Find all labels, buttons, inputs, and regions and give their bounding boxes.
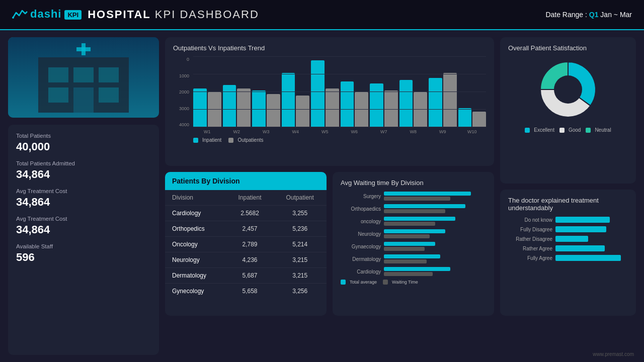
- avg-bar: [384, 204, 465, 208]
- stat-avg-cost-1: Avg Treatment Cost 34,864: [16, 188, 151, 209]
- cell-inpatient: 4,236: [226, 252, 274, 268]
- x-label: W2: [223, 129, 251, 134]
- doctor-bar: [555, 236, 588, 242]
- avg-bar: [384, 229, 445, 233]
- cell-inpatient: 2,457: [226, 221, 274, 237]
- doctor-label: Rather Disagree: [508, 236, 552, 242]
- bar-group: [429, 73, 457, 128]
- pie-chart-container: [508, 57, 628, 122]
- table-row: Oncology 2,789 5,214: [165, 237, 327, 252]
- table-row: Orthopedics 2,457 5,236: [165, 221, 327, 237]
- waiting-bars: [384, 217, 486, 226]
- avg-dot: [341, 280, 346, 285]
- cell-outpatient: 5,236: [273, 221, 327, 237]
- trend-chart-card: Outpatients Vs Inpatients Trend 40003000…: [165, 37, 494, 166]
- table-row: Neurology 4,236 3,215: [165, 252, 327, 268]
- doctor-bar-container: [555, 226, 628, 232]
- bar-group: [311, 60, 339, 127]
- bar-chart-container: 40003000200010000 W1W2W3W4W5W6W7W8W9W10 …: [173, 57, 486, 142]
- wait-bar: [384, 259, 427, 263]
- table-body: Cardiology 2.5682 3,255 Orthopedics 2,45…: [165, 206, 327, 299]
- legend-outpatient: Outpatients: [228, 137, 263, 143]
- header-title: HOSPITAL KPI DASHBOARD: [88, 8, 259, 21]
- outpatient-bar: [237, 88, 251, 127]
- date-range: Date Range : Q1 Jan ~ Mar: [545, 11, 632, 19]
- pie-legend: Excellent Good Neutral: [508, 127, 628, 133]
- pie-legend-item: Neutral: [586, 127, 611, 133]
- inpatient-bar: [458, 108, 472, 128]
- doctor-bar: [555, 217, 610, 223]
- doctor-bar-row: Fully Disagree: [508, 226, 628, 232]
- waiting-bars: [384, 254, 486, 263]
- stat-label: Avg Treatment Cost: [16, 216, 151, 222]
- waiting-label: oncology: [341, 219, 381, 224]
- bar-group: [370, 83, 398, 128]
- left-panel: Total Patients 40,000 Total Patients Adm…: [8, 37, 159, 355]
- waiting-bar-row: Dermatology: [341, 254, 486, 263]
- x-label: W3: [252, 129, 280, 134]
- doctor-bar: [555, 255, 621, 261]
- header: dashi KPI HOSPITAL KPI DASHBOARD Date Ra…: [0, 0, 644, 30]
- doctor-label: Fully Disagree: [508, 227, 552, 232]
- col-division: Division: [165, 190, 226, 206]
- avg-bar: [384, 192, 471, 196]
- doctor-bar-row: Rather Agree: [508, 245, 628, 251]
- bar-chart: 40003000200010000: [173, 57, 486, 127]
- doctor-bar-container: [555, 217, 628, 223]
- svg-rect-8: [99, 87, 119, 103]
- bar-group: [458, 108, 487, 128]
- division-table: Division Inpatient Outpatient Cardiology…: [165, 190, 327, 299]
- center-column: Outpatients Vs Inpatients Trend 40003000…: [165, 37, 494, 316]
- x-label: W10: [458, 129, 487, 134]
- waiting-bar-chart: Surgery Orthopaedics oncology Neurology …: [341, 192, 486, 276]
- waiting-bar-row: Orthopaedics: [341, 204, 486, 213]
- svg-point-0: [12, 17, 14, 19]
- doctor-bar-chart: Do not know Fully Disagree Rather Disagr…: [508, 217, 628, 261]
- waiting-bar-row: Surgery: [341, 192, 486, 201]
- wait-dot: [383, 280, 388, 285]
- cell-division: Neurology: [165, 252, 226, 268]
- doctor-label: Rather Agree: [508, 246, 552, 251]
- table-header-row: Division Inpatient Outpatient: [165, 190, 327, 206]
- svg-rect-7: [73, 87, 94, 113]
- col-outpatient: Outpatient: [273, 190, 327, 206]
- waiting-label: Neurology: [341, 231, 381, 237]
- waiting-legend: Total average Waiting Time: [341, 280, 486, 285]
- x-label: W1: [193, 129, 221, 134]
- stat-value: 34,864: [16, 168, 151, 181]
- outpatient-bar: [443, 73, 457, 128]
- outpatient-bar: [296, 96, 309, 127]
- doctor-bar: [555, 226, 606, 232]
- stat-available-staff: Available Staff 596: [16, 243, 151, 264]
- cell-outpatient: 3,215: [273, 252, 327, 268]
- right-column: Overall Patient Satisfaction Excellent G…: [500, 37, 636, 316]
- waiting-bar-row: oncology: [341, 217, 486, 226]
- pie-dot: [586, 128, 591, 133]
- stat-value: 596: [16, 251, 151, 264]
- doctor-bar-row: Fully Agree: [508, 255, 628, 261]
- wait-bar: [384, 197, 450, 201]
- waiting-title: Avg Waiting time By Division: [341, 179, 486, 187]
- doctor-bar-container: [555, 236, 628, 242]
- division-table-card: Patients By Division Division Inpatient …: [165, 172, 327, 315]
- doctor-bar: [555, 245, 605, 251]
- svg-rect-4: [73, 67, 94, 82]
- wait-bar: [384, 247, 425, 251]
- doctor-label: Fully Agree: [508, 255, 552, 261]
- outpatient-dot: [228, 138, 233, 143]
- x-label: W6: [341, 129, 369, 134]
- inpatient-bar: [341, 81, 354, 127]
- waiting-bars: [384, 267, 486, 276]
- hospital-image: [8, 37, 159, 118]
- legend-inpatient: Inpatient: [193, 137, 221, 143]
- doctor-bar-container: [555, 245, 628, 251]
- main-content: Total Patients 40,000 Total Patients Adm…: [0, 30, 644, 362]
- doctor-label: Do not know: [508, 217, 552, 223]
- stat-label: Available Staff: [16, 243, 151, 249]
- waiting-label: Dermatology: [341, 256, 381, 262]
- doctor-bar-row: Rather Disagree: [508, 236, 628, 242]
- x-label: W8: [399, 129, 428, 134]
- inpatient-bar: [282, 73, 295, 128]
- stat-value: 34,864: [16, 196, 151, 209]
- doctor-bar-row: Do not know: [508, 217, 628, 223]
